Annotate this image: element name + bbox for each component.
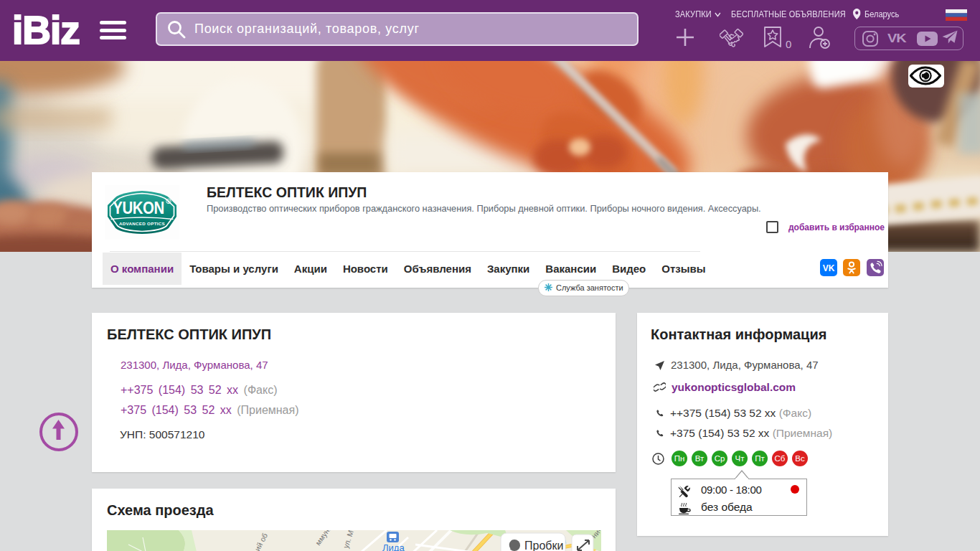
svg-text:YUKON: YUKON xyxy=(113,199,164,218)
svg-text:ADVANCED OPTICS: ADVANCED OPTICS xyxy=(119,221,165,226)
svg-text:VK: VK xyxy=(887,33,907,44)
svg-text:VK: VK xyxy=(823,263,835,273)
svg-text:Пробки: Пробки xyxy=(524,540,563,551)
svg-text:Лида: Лида xyxy=(382,542,405,551)
